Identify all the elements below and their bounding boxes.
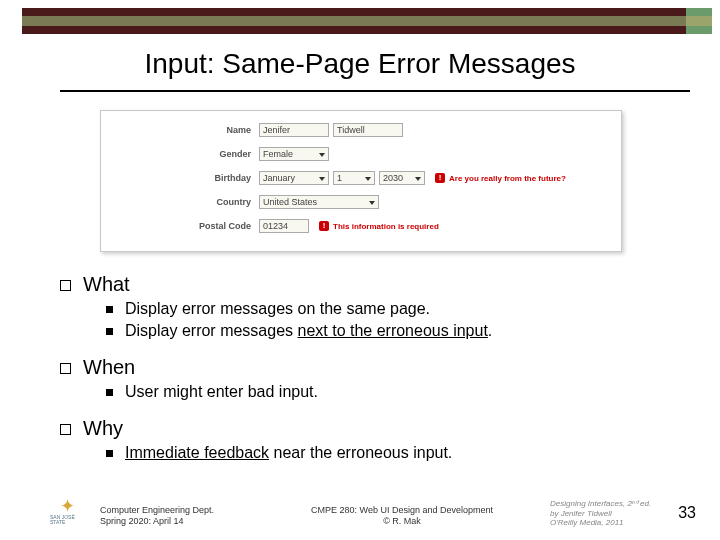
first-name-input: Jenifer [259,123,329,137]
country-select: United States [259,195,379,209]
bullet-small-icon [106,328,113,335]
name-label: Name [101,125,259,135]
last-name-input: Tidwell [333,123,403,137]
footer: Computer Engineering Dept. Spring 2020: … [100,499,690,528]
bullet-square-icon [60,363,71,374]
slide: Input: Same-Page Error Messages Name Jen… [0,0,720,540]
postal-label: Postal Code [101,221,259,231]
list-item-text: User might enter bad input. [125,383,318,401]
footer-left: Computer Engineering Dept. Spring 2020: … [100,505,214,528]
birthday-month-select: January [259,171,329,185]
list-item: User might enter bad input. [106,383,680,401]
heading-what: What [60,273,680,296]
alert-icon: ! [319,221,329,231]
bullet-small-icon [106,450,113,457]
footer-reference: Designing Interfaces, 2ⁿᵈ ed. by Jenifer… [550,499,690,528]
gender-select: Female [259,147,329,161]
list-item: Display error messages on the same page. [106,300,680,318]
ref-line: Designing Interfaces, 2ⁿᵈ ed. [550,499,690,509]
heading-why-text: Why [83,417,123,440]
ref-line: O'Reilly Media, 2011 [550,518,690,528]
dept-line: Spring 2020: April 14 [100,516,214,528]
postal-error-text: This information is required [333,222,439,231]
list-item: Immediate feedback near the erroneous in… [106,444,680,462]
alert-icon: ! [435,173,445,183]
title-underline [60,90,690,92]
list-item-text: Display error messages next to the erron… [125,322,492,340]
birthday-label: Birthday [101,173,259,183]
bullet-small-icon [106,306,113,313]
slide-title: Input: Same-Page Error Messages [0,48,720,80]
list-item: Display error messages next to the erron… [106,322,680,340]
country-label: Country [101,197,259,207]
birthday-day-select: 1 [333,171,375,185]
ref-line: by Jenifer Tidwell [550,509,690,519]
logo-text: SAN JOSÉ STATE [50,515,84,525]
birthday-error: ! Are you really from the future? [435,173,566,183]
heading-when-text: When [83,356,135,379]
form-example: Name Jenifer Tidwell Gender Female Birth… [100,110,622,252]
list-item-text: Immediate feedback near the erroneous in… [125,444,452,462]
heading-when: When [60,356,680,379]
decorative-bars [22,8,712,34]
university-logo: ✦ SAN JOSÉ STATE [50,494,84,528]
birthday-error-text: Are you really from the future? [449,174,566,183]
dept-line: Computer Engineering Dept. [100,505,214,517]
page-number: 33 [678,504,696,522]
postal-input: 01234 [259,219,309,233]
list-item-text: Display error messages on the same page. [125,300,430,318]
postal-error: ! This information is required [319,221,439,231]
course-line: © R. Mak [254,516,550,528]
bullet-square-icon [60,280,71,291]
birthday-year-select: 2030 [379,171,425,185]
gender-label: Gender [101,149,259,159]
bullet-small-icon [106,389,113,396]
heading-why: Why [60,417,680,440]
star-icon: ✦ [60,497,75,515]
course-line: CMPE 280: Web UI Design and Development [254,505,550,517]
bullet-square-icon [60,424,71,435]
content: What Display error messages on the same … [60,265,680,466]
footer-center: CMPE 280: Web UI Design and Development … [254,505,550,528]
heading-what-text: What [83,273,130,296]
